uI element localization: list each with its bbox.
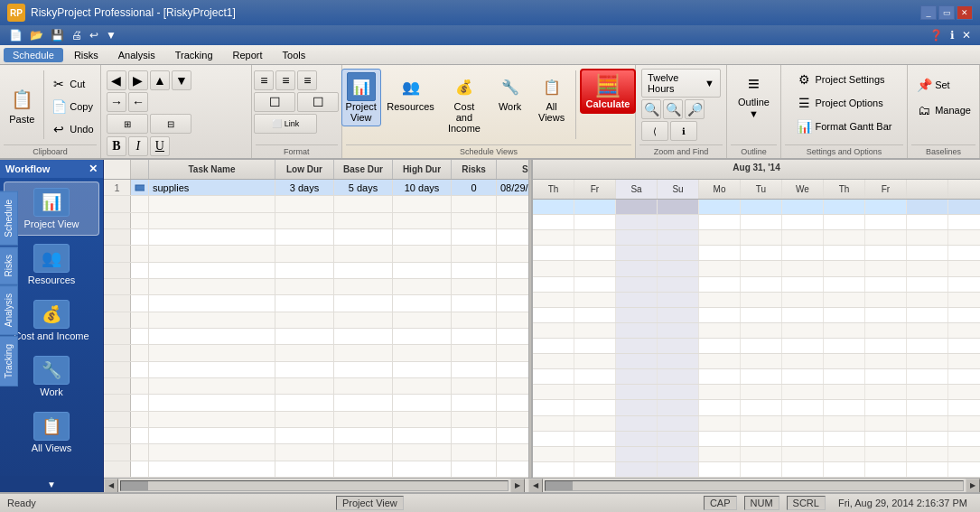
zoom-out-button[interactable]: 🔍 bbox=[663, 99, 683, 119]
nav-up-button[interactable]: ▲ bbox=[150, 70, 170, 90]
format-btn3[interactable]: ⬜ Link bbox=[254, 114, 317, 134]
task-insert-button[interactable]: ⊞ bbox=[107, 114, 148, 134]
table-row[interactable] bbox=[104, 279, 528, 295]
qa-print-button[interactable]: 🖨 bbox=[70, 28, 84, 42]
gantt-row[interactable] bbox=[533, 369, 980, 385]
qa-save-button[interactable]: 💾 bbox=[49, 28, 66, 42]
paste-button[interactable]: 📋 Paste bbox=[2, 69, 42, 141]
set-button[interactable]: 📌 Set bbox=[911, 74, 955, 96]
table-row[interactable] bbox=[104, 263, 528, 279]
gantt-row[interactable] bbox=[533, 354, 980, 369]
restore-button[interactable]: ▭ bbox=[938, 5, 955, 20]
qa-info-button[interactable]: ℹ bbox=[948, 28, 957, 42]
project-options-button[interactable]: ☰ Project Options bbox=[792, 92, 888, 114]
project-settings-button[interactable]: ⚙ Project Settings bbox=[792, 69, 890, 90]
copy-button[interactable]: 📄 Copy bbox=[46, 96, 98, 117]
table-row[interactable] bbox=[104, 295, 528, 312]
menu-report[interactable]: Report bbox=[224, 48, 272, 62]
side-tab-tracking[interactable]: Tracking bbox=[0, 336, 18, 386]
gantt-row[interactable] bbox=[533, 432, 980, 447]
side-tab-risks[interactable]: Risks bbox=[0, 247, 18, 284]
qa-undo-button[interactable]: ↩ bbox=[88, 28, 100, 42]
menu-risks[interactable]: Risks bbox=[65, 48, 107, 62]
gantt-row[interactable] bbox=[533, 385, 980, 400]
scroll-thumb[interactable] bbox=[121, 481, 148, 490]
col-task-name[interactable]: Task Name bbox=[149, 160, 275, 179]
gantt-row[interactable] bbox=[533, 215, 980, 230]
table-row[interactable] bbox=[104, 378, 528, 395]
scroll-track[interactable] bbox=[120, 480, 509, 491]
cost-income-button[interactable]: 💰 Cost andIncome bbox=[440, 69, 488, 137]
format-btn1[interactable]: ☐ bbox=[254, 92, 295, 112]
table-row[interactable] bbox=[104, 345, 528, 361]
col-high-dur[interactable]: High Dur bbox=[393, 160, 452, 179]
gantt-row[interactable] bbox=[533, 308, 980, 323]
task-delete-button[interactable]: ⊟ bbox=[150, 114, 191, 134]
scroll-right-arrow[interactable]: ▶ bbox=[510, 479, 525, 493]
minimize-button[interactable]: _ bbox=[920, 5, 937, 20]
nav-right-button[interactable]: ▶ bbox=[128, 70, 148, 90]
qa-new-button[interactable]: 📄 bbox=[7, 28, 24, 42]
gantt-row[interactable] bbox=[533, 277, 980, 293]
gantt-row[interactable] bbox=[533, 261, 980, 276]
format-btn2[interactable]: ☐ bbox=[297, 92, 339, 112]
table-row[interactable] bbox=[104, 329, 528, 345]
sidebar-scroll-down[interactable]: ▼ bbox=[0, 476, 103, 492]
title-bar-controls[interactable]: _ ▭ ✕ bbox=[920, 5, 973, 20]
col-risks[interactable]: Risks bbox=[452, 160, 497, 179]
resources-button[interactable]: 👥 Resources bbox=[383, 69, 438, 116]
project-view-button[interactable]: 📊 ProjectView bbox=[341, 69, 381, 126]
gantt-row[interactable] bbox=[533, 462, 980, 478]
gantt-row[interactable] bbox=[533, 246, 980, 261]
nav-left-button[interactable]: ◀ bbox=[107, 70, 126, 90]
gantt-row[interactable] bbox=[533, 293, 980, 308]
table-row[interactable] bbox=[104, 196, 528, 212]
menu-tracking[interactable]: Tracking bbox=[166, 48, 222, 62]
qa-dropdown-button[interactable]: ▼ bbox=[104, 28, 118, 42]
format-underline-button[interactable]: U bbox=[150, 136, 170, 156]
nav-down-button[interactable]: ▼ bbox=[172, 70, 191, 90]
gantt-row[interactable] bbox=[533, 230, 980, 246]
qa-close-doc-button[interactable]: ✕ bbox=[960, 28, 973, 42]
outdent-button[interactable]: ← bbox=[128, 92, 148, 112]
col-start[interactable]: Start bbox=[497, 160, 528, 179]
format-italic-button[interactable]: I bbox=[128, 136, 148, 156]
workflow-close-button[interactable]: ✕ bbox=[89, 163, 98, 175]
table-row[interactable] bbox=[104, 395, 528, 411]
cell-task-name[interactable]: supplies bbox=[149, 180, 275, 195]
table-row[interactable] bbox=[104, 461, 528, 478]
calculate-button[interactable]: 🧮 Calculate bbox=[580, 69, 637, 114]
gantt-row[interactable] bbox=[533, 447, 980, 462]
gantt-scroll-left[interactable]: ◀ bbox=[528, 479, 543, 493]
table-row[interactable] bbox=[104, 428, 528, 444]
gantt-scroll-right[interactable]: ▶ bbox=[966, 479, 980, 493]
format-gantt-button[interactable]: 📊 Format Gantt Bar bbox=[792, 116, 897, 137]
gantt-row[interactable] bbox=[533, 200, 980, 215]
gantt-row[interactable] bbox=[533, 323, 980, 339]
qa-help-button[interactable]: ❓ bbox=[928, 28, 945, 42]
menu-tools[interactable]: Tools bbox=[274, 48, 315, 62]
table-row[interactable] bbox=[104, 412, 528, 428]
menu-analysis[interactable]: Analysis bbox=[109, 48, 164, 62]
task-info-button[interactable]: ℹ bbox=[670, 121, 697, 141]
outline-button[interactable]: ≡ Outline ▼ bbox=[733, 69, 775, 123]
all-views-button[interactable]: 📋 AllViews bbox=[532, 69, 572, 126]
workflow-item-all-views[interactable]: 📋 All Views bbox=[4, 405, 99, 460]
gantt-row[interactable] bbox=[533, 339, 980, 354]
menu-schedule[interactable]: Schedule bbox=[4, 48, 63, 62]
find-button[interactable]: 🔎 bbox=[685, 99, 705, 119]
indent-button[interactable]: → bbox=[107, 92, 126, 112]
col-base-dur[interactable]: Base Dur bbox=[334, 160, 393, 179]
cut-button[interactable]: ✂ Cut bbox=[46, 73, 98, 95]
align-center-button[interactable]: ≡ bbox=[275, 70, 295, 90]
close-button[interactable]: ✕ bbox=[957, 5, 973, 20]
qa-open-button[interactable]: 📂 bbox=[28, 28, 45, 42]
manage-button[interactable]: 🗂 Manage bbox=[911, 99, 975, 121]
align-right-button[interactable]: ≡ bbox=[297, 70, 317, 90]
work-button[interactable]: 🔧 Work bbox=[490, 69, 530, 116]
gantt-scroll-thumb[interactable] bbox=[546, 481, 573, 490]
table-row[interactable] bbox=[104, 246, 528, 262]
gantt-row[interactable] bbox=[533, 400, 980, 415]
scroll-task-button[interactable]: ⟨ bbox=[641, 121, 668, 141]
col-low-dur[interactable]: Low Dur bbox=[275, 160, 334, 179]
